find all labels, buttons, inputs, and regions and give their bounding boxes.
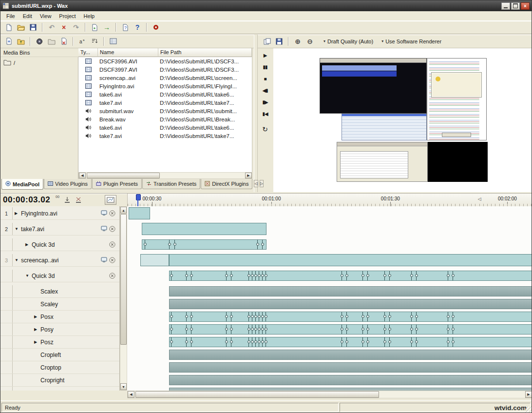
menu-file[interactable]: File <box>2 12 19 20</box>
keyframe-marker[interactable] <box>345 325 348 334</box>
column-header[interactable]: Ty... <box>78 48 98 57</box>
keyframe-marker[interactable] <box>361 271 364 280</box>
visibility-icon[interactable] <box>101 226 107 232</box>
keyframe-marker[interactable] <box>264 271 267 280</box>
keyframe-marker[interactable] <box>446 337 450 347</box>
track-header[interactable]: ▶Quick 3d <box>0 238 119 251</box>
keyframe-marker[interactable] <box>388 271 391 280</box>
keyframe-marker[interactable] <box>225 312 228 321</box>
keyframe-marker[interactable] <box>190 325 193 334</box>
loop-button[interactable]: ↻ <box>259 123 271 135</box>
step-forward-button[interactable]: ▮▶ <box>259 96 271 108</box>
save-frame-icon[interactable] <box>274 36 285 47</box>
keyframe-lane[interactable] <box>169 324 532 334</box>
keyframe-marker[interactable] <box>383 325 386 334</box>
table-row[interactable]: DSCF3997.AVID:\Videos\SubmitURL\DSCF3... <box>78 65 252 74</box>
envelope-bar[interactable] <box>169 375 532 385</box>
track-header[interactable]: Scaley <box>0 298 119 311</box>
expand-arrow-icon[interactable]: ▶ <box>15 211 21 216</box>
bin-root[interactable]: / <box>2 59 76 67</box>
keyframe-marker[interactable] <box>410 337 413 347</box>
maximize-button[interactable] <box>511 2 520 10</box>
quality-dropdown[interactable]: ▾Draft Quality (Auto) <box>323 39 373 44</box>
keyframe-marker[interactable] <box>345 271 348 280</box>
column-header[interactable]: File Path <box>158 48 252 57</box>
keyframe-marker[interactable] <box>247 337 250 347</box>
keyframe-marker[interactable] <box>451 271 455 280</box>
keyframe-marker[interactable] <box>229 337 233 347</box>
keyframe-marker[interactable] <box>340 312 343 321</box>
help-icon[interactable]: ? <box>132 22 143 33</box>
scroll-right-icon[interactable]: ▶ <box>525 391 532 398</box>
envelope-bar[interactable] <box>169 286 532 296</box>
keyframe-marker[interactable] <box>451 337 455 347</box>
step-back-button[interactable]: ◀▮ <box>259 84 271 96</box>
table-row[interactable]: DSCF3996.AVID:\Videos\SubmitURL\DSCF3... <box>78 57 252 65</box>
keyframe-marker[interactable] <box>366 325 369 334</box>
scroll-left-icon[interactable]: ◀ <box>128 391 134 398</box>
timeline-clip[interactable] <box>129 207 150 219</box>
timeline-clip[interactable] <box>142 223 266 235</box>
keyframe-marker[interactable] <box>247 312 250 321</box>
delete-icon[interactable]: × <box>58 22 69 33</box>
keyframe-marker[interactable] <box>415 312 418 321</box>
keyframe-marker[interactable] <box>383 312 386 321</box>
collapse-arrow-icon[interactable]: ▼ <box>15 227 21 231</box>
play-button[interactable]: ▶ <box>259 49 271 61</box>
keyframe-marker[interactable] <box>185 325 188 334</box>
import-media-icon[interactable] <box>34 36 45 47</box>
keyframe-lane[interactable] <box>169 312 532 322</box>
column-header[interactable]: Name <box>98 48 158 57</box>
track-vscrollbar[interactable]: ▲ ▼ <box>120 206 127 391</box>
undo-icon[interactable]: ↶ <box>46 22 57 33</box>
keyframe-marker[interactable] <box>225 271 228 280</box>
render-icon[interactable]: → <box>101 22 112 33</box>
remove-track-icon[interactable] <box>109 210 115 216</box>
keyframe-lane[interactable] <box>142 239 266 250</box>
keyframe-marker[interactable] <box>345 312 348 321</box>
menu-edit[interactable]: Edit <box>19 12 36 20</box>
remove-track-icon[interactable] <box>109 273 115 279</box>
keyframe-marker[interactable] <box>415 337 418 347</box>
keyframe-marker[interactable] <box>229 271 233 280</box>
media-list-hscrollbar[interactable]: ◀ ▶ <box>78 172 252 179</box>
keyframe-marker[interactable] <box>225 337 228 347</box>
go-to-start-button[interactable]: ▮◀ <box>259 108 271 119</box>
table-row[interactable]: take7.aviD:\Videos\SubmitURL\take7... <box>78 98 252 107</box>
keyframe-marker[interactable] <box>410 312 413 321</box>
resize-grip[interactable] <box>526 407 532 413</box>
remove-track-icon[interactable] <box>109 241 115 248</box>
keyframe-marker[interactable] <box>361 337 364 347</box>
keyframe-marker[interactable] <box>415 325 418 334</box>
tab-scroll-right-icon[interactable]: ▷ <box>260 180 264 187</box>
table-row[interactable]: FlyingIntro.aviD:\Videos\SubmitURL\Flyin… <box>78 82 252 90</box>
remove-track-icon[interactable] <box>109 226 115 232</box>
menu-project[interactable]: Project <box>55 12 79 20</box>
zoom-in-icon[interactable]: ⊕ <box>292 36 303 47</box>
keyframe-marker[interactable] <box>388 325 391 334</box>
table-row[interactable]: take6.aviD:\Videos\SubmitURL\take6... <box>78 123 252 132</box>
keyframe-marker[interactable] <box>256 240 259 249</box>
keyframe-marker[interactable] <box>388 337 391 347</box>
save-icon[interactable] <box>28 22 38 33</box>
track-header[interactable]: ▶Posy <box>0 323 119 336</box>
open-folder-icon[interactable] <box>16 22 26 33</box>
visibility-icon[interactable] <box>101 210 107 216</box>
keyframe-marker[interactable] <box>185 337 188 347</box>
table-row[interactable]: screencap..aviD:\Videos\SubmitURL\screen… <box>78 74 252 82</box>
keyframe-marker[interactable] <box>446 312 450 321</box>
keyframe-marker[interactable] <box>361 325 364 334</box>
scroll-right-icon[interactable]: ▶ <box>245 173 252 178</box>
scroll-thumb[interactable] <box>135 391 379 398</box>
remove-track-icon[interactable] <box>109 257 115 263</box>
keyframe-marker[interactable] <box>340 325 343 334</box>
record-icon[interactable] <box>151 22 161 33</box>
scroll-up-icon[interactable]: ▲ <box>120 207 127 214</box>
keyframe-marker[interactable] <box>247 325 250 334</box>
menu-view[interactable]: View <box>36 12 56 20</box>
track-header[interactable]: Croptop <box>0 361 119 374</box>
keyframe-marker[interactable] <box>170 325 173 334</box>
envelope-bar[interactable] <box>169 350 532 360</box>
details-view-icon[interactable] <box>108 36 118 47</box>
export-icon[interactable] <box>89 22 100 33</box>
